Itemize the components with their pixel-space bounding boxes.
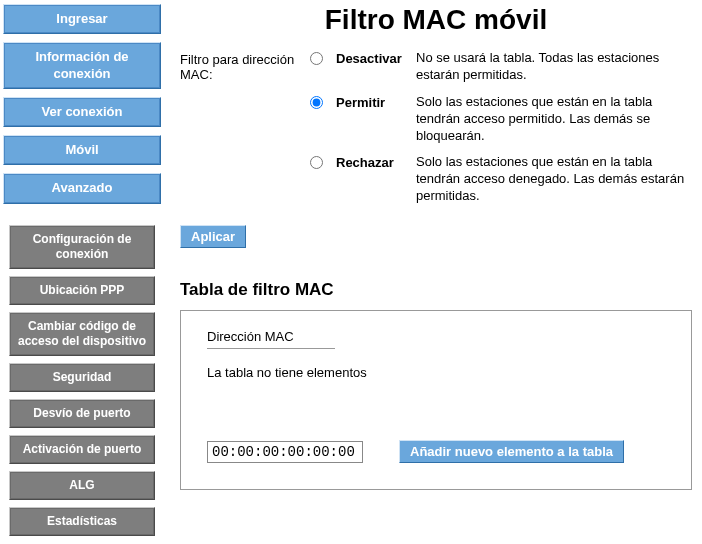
nav-ubicacion-ppp[interactable]: Ubicación PPP: [9, 276, 155, 305]
option-desc-desactivar: No se usará la tabla. Todas las estacion…: [416, 50, 692, 84]
option-name-desactivar: Desactivar: [336, 50, 416, 66]
option-name-rechazar: Rechazar: [336, 154, 416, 170]
nav-cambiar-codigo[interactable]: Cambiar código de acceso del dispositivo: [9, 312, 155, 356]
nav-desvio-puerto[interactable]: Desvío de puerto: [9, 399, 155, 428]
apply-button[interactable]: Aplicar: [180, 225, 246, 248]
mac-address-input[interactable]: [207, 441, 363, 463]
radio-desactivar[interactable]: [310, 52, 323, 65]
option-rechazar: Rechazar Solo las estaciones que están e…: [310, 154, 692, 205]
filter-label: Filtro para dirección MAC:: [180, 50, 310, 82]
nav-info-conexion[interactable]: Información de conexión: [3, 42, 161, 89]
nav-seguridad[interactable]: Seguridad: [9, 363, 155, 392]
page-title: Filtro MAC móvil: [180, 4, 692, 36]
table-empty-message: La tabla no tiene elementos: [207, 365, 665, 380]
nav-alg[interactable]: ALG: [9, 471, 155, 500]
nav-ver-conexion[interactable]: Ver conexión: [3, 97, 161, 127]
add-entry-button[interactable]: Añadir nuevo elemento a la tabla: [399, 440, 624, 463]
mac-table-panel: Dirección MAC La tabla no tiene elemento…: [180, 310, 692, 490]
sidebar: Ingresar Información de conexión Ver con…: [0, 0, 164, 543]
main-content: Filtro MAC móvil Filtro para dirección M…: [164, 0, 702, 500]
nav-movil[interactable]: Móvil: [3, 135, 161, 165]
nav-activacion-puerto[interactable]: Activación de puerto: [9, 435, 155, 464]
nav-estadisticas[interactable]: Estadísticas: [9, 507, 155, 536]
filter-options: Desactivar No se usará la tabla. Todas l…: [310, 50, 692, 215]
col-header-mac: Dirección MAC: [207, 329, 335, 349]
radio-rechazar[interactable]: [310, 156, 323, 169]
option-desactivar: Desactivar No se usará la tabla. Todas l…: [310, 50, 692, 84]
option-desc-rechazar: Solo las estaciones que están en la tabl…: [416, 154, 692, 205]
option-permitir: Permitir Solo las estaciones que están e…: [310, 94, 692, 145]
nav-config-conexion[interactable]: Configuración de conexión: [9, 225, 155, 269]
table-heading: Tabla de filtro MAC: [180, 280, 692, 300]
option-name-permitir: Permitir: [336, 94, 416, 110]
radio-permitir[interactable]: [310, 96, 323, 109]
nav-ingresar[interactable]: Ingresar: [3, 4, 161, 34]
option-desc-permitir: Solo las estaciones que están en la tabl…: [416, 94, 692, 145]
nav-avanzado[interactable]: Avanzado: [3, 173, 161, 203]
